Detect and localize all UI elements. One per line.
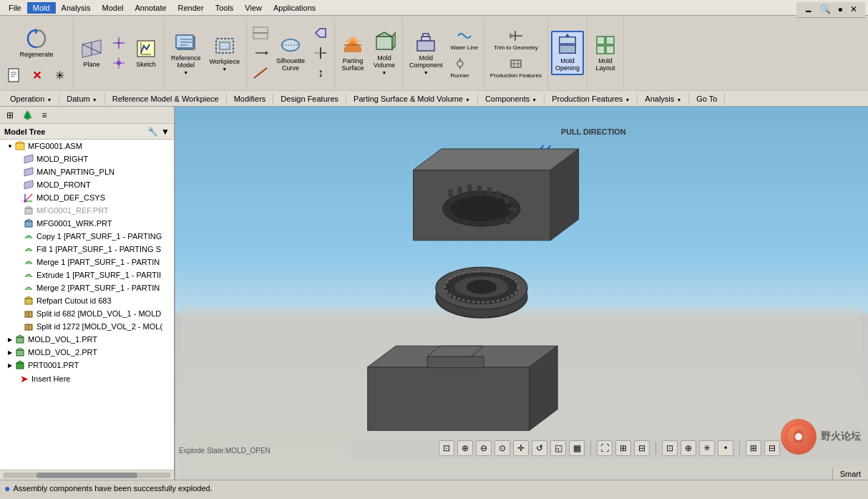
tree-scrollbar[interactable] — [0, 470, 174, 480]
panel-layers-button[interactable]: ≡ — [37, 108, 52, 122]
new-button[interactable] — [3, 66, 24, 84]
insert-here[interactable]: ➤ Insert Here — [0, 372, 174, 386]
select-filter-button[interactable]: ⛶ — [597, 440, 613, 456]
menu-render[interactable]: Render — [172, 2, 210, 14]
production-features-button[interactable]: Production Features — [487, 54, 545, 80]
cancel-button[interactable]: ✕ — [26, 66, 47, 84]
tree-item-fill1[interactable]: Fill 1 [PART_SURF_1 - PARTING S — [0, 243, 174, 256]
search-icon[interactable]: 🔍 — [818, 4, 833, 15]
tab-production-features[interactable]: Production Features ▼ — [545, 93, 638, 105]
mod-btn3[interactable] — [250, 64, 271, 82]
tree-item-mold-right[interactable]: MOLD_RIGHT — [0, 152, 174, 165]
mold-layout-button[interactable]: MoldLayout — [590, 32, 620, 74]
tab-design-features[interactable]: Design Features — [273, 93, 346, 105]
minimize-icon[interactable]: 🗕 — [802, 4, 815, 15]
tree-item-extrude1[interactable]: Extrude 1 [PART_SURF_1 - PARTII — [0, 268, 174, 281]
menu-model[interactable]: Model — [97, 2, 130, 14]
zoom-area-button[interactable]: ⊙ — [494, 440, 510, 456]
menu-mold[interactable]: Mold — [27, 2, 56, 14]
menu-file[interactable]: File — [3, 2, 27, 14]
mod-btn6[interactable]: ↕ — [310, 64, 331, 82]
tree-item-main-parting[interactable]: MAIN_PARTING_PLN — [0, 165, 174, 178]
zoom-fit-button[interactable]: ⊡ — [439, 440, 454, 456]
tab-goto[interactable]: Go To — [689, 93, 725, 105]
menu-tools[interactable]: Tools — [210, 2, 240, 14]
tree-item-mold-vol2[interactable]: ▶ MOLD_VOL_2.PRT — [0, 346, 174, 359]
workpiece-dropdown[interactable]: ▼ — [222, 67, 227, 72]
tree-item-split682[interactable]: Split id 682 [MOLD_VOL_1 - MOLD — [0, 307, 174, 320]
menu-applications[interactable]: Applications — [268, 2, 321, 14]
panel-tree-button[interactable]: 🌲 — [20, 108, 34, 122]
tree-item-merge2[interactable]: Merge 2 [PART_SURF_1 - PARTIN — [0, 281, 174, 294]
plane-button[interactable]: Plane — [77, 32, 107, 74]
parting-surface-button[interactable]: PartingSurface — [338, 32, 368, 74]
tree-item-merge1[interactable]: Merge 1 [PART_SURF_1 - PARTIN — [0, 256, 174, 268]
menu-analysis[interactable]: Analysis — [56, 2, 97, 14]
sketch-button[interactable]: Sketch — [131, 32, 161, 74]
reference-model-button[interactable]: ReferenceModel ▼ — [167, 29, 205, 78]
workpiece-button[interactable]: Workpiece ▼ — [206, 32, 243, 74]
pan-button[interactable]: ✛ — [513, 440, 529, 456]
axis-display-button[interactable]: ⊕ — [681, 440, 696, 456]
axis-button[interactable] — [108, 34, 130, 52]
extra-button[interactable]: ✳ — [49, 66, 70, 84]
tree-item-mold-vol1[interactable]: ▶ MOLD_VOL_1.PRT — [0, 333, 174, 346]
silhouette-curve-button[interactable]: SilhouetteCurve — [273, 32, 308, 74]
point-display-button[interactable]: • — [718, 440, 733, 456]
mod-btn2[interactable] — [250, 44, 271, 62]
zoom-out-button[interactable]: ⊖ — [476, 440, 492, 456]
csys-display-button[interactable]: ✳ — [699, 440, 715, 456]
tree-item-mold-front[interactable]: MOLD_FRONT — [0, 178, 174, 191]
tree-item-split1272[interactable]: Split id 1272 [MOLD_VOL_2 - MOL( — [0, 320, 174, 333]
extra-btn1[interactable]: ⊞ — [746, 440, 761, 456]
tree-label-split682: Split id 682 [MOLD_VOL_1 - MOLD — [36, 309, 161, 318]
menu-annotate[interactable]: Annotate — [130, 2, 172, 14]
rotate-button[interactable]: ↺ — [532, 440, 547, 456]
tree-item-wrk-prt[interactable]: MFG0001_WRK.PRT — [0, 217, 174, 230]
mold-component-dropdown[interactable]: ▼ — [424, 70, 429, 75]
tab-operation[interactable]: Operation ▼ — [3, 93, 59, 105]
point-button[interactable] — [108, 54, 130, 72]
tree-settings-icon[interactable]: 🔧 — [147, 127, 158, 137]
mod-btn5[interactable] — [310, 44, 331, 62]
tab-datum[interactable]: Datum ▼ — [59, 93, 104, 105]
expand-mold-vol1[interactable]: ▶ — [6, 336, 14, 343]
expand-mold-vol2[interactable]: ▶ — [6, 349, 14, 356]
tree-item-ref-prt[interactable]: MFG0001_REF.PRT — [0, 204, 174, 217]
tree-item-mold-def-csys[interactable]: MOLD_DEF_CSYS — [0, 191, 174, 204]
tab-modifiers[interactable]: Modifiers — [227, 93, 274, 105]
mold-volume-dropdown[interactable]: ▼ — [381, 70, 386, 75]
mold-opening-button[interactable]: MoldOpening — [551, 31, 584, 75]
tab-analysis[interactable]: Analysis ▼ — [638, 93, 689, 105]
trim-to-geometry-button[interactable]: Trim to Geometry — [487, 26, 545, 52]
water-line-button[interactable]: Water Line — [447, 26, 480, 52]
view-style-button[interactable]: ▦ — [569, 440, 585, 456]
tab-components[interactable]: Components ▼ — [478, 93, 545, 105]
mold-volume-button[interactable]: MoldVolume ▼ — [369, 29, 399, 78]
tree-item-copy1[interactable]: Copy 1 [PART_SURF_1 - PARTING — [0, 230, 174, 243]
expand-prt0001[interactable]: ▶ — [6, 362, 14, 369]
tree-item-asm[interactable]: ▼ MFG0001.ASM — [0, 140, 174, 152]
tree-item-prt0001[interactable]: ▶ PRT0001.PRT — [0, 359, 174, 372]
reference-model-dropdown[interactable]: ▼ — [183, 70, 188, 75]
menu-view[interactable]: View — [239, 2, 268, 14]
regenerate-button[interactable]: Regenerate — [15, 21, 58, 64]
settings-icon[interactable]: ● — [836, 4, 845, 15]
mod-btn4[interactable] — [310, 24, 331, 42]
mod-btn1[interactable] — [250, 24, 271, 42]
extra-btn2[interactable]: ⊟ — [764, 440, 780, 456]
panel-grid-button[interactable]: ⊞ — [3, 108, 17, 122]
tab-reference-model[interactable]: Reference Model & Workpiece — [105, 93, 227, 105]
runner-button[interactable]: Runner — [447, 54, 472, 80]
sel-clear-button[interactable]: ⊟ — [634, 440, 650, 456]
expand-asm[interactable]: ▼ — [6, 143, 14, 150]
tree-item-refpart[interactable]: Refpart Cutout id 683 — [0, 294, 174, 307]
mold-component-button[interactable]: MoldComponent ▼ — [406, 29, 447, 78]
tree-expand-icon[interactable]: ▼ — [161, 127, 170, 137]
close-icon[interactable]: ✕ — [848, 4, 859, 15]
view-orient-button[interactable]: ◱ — [550, 440, 566, 456]
zoom-in-button[interactable]: ⊕ — [457, 440, 473, 456]
tab-parting-surface[interactable]: Parting Surface & Mold Volume ▼ — [346, 93, 478, 105]
sel-all-button[interactable]: ⊞ — [615, 440, 631, 456]
datum-display-button[interactable]: ⊡ — [662, 440, 678, 456]
